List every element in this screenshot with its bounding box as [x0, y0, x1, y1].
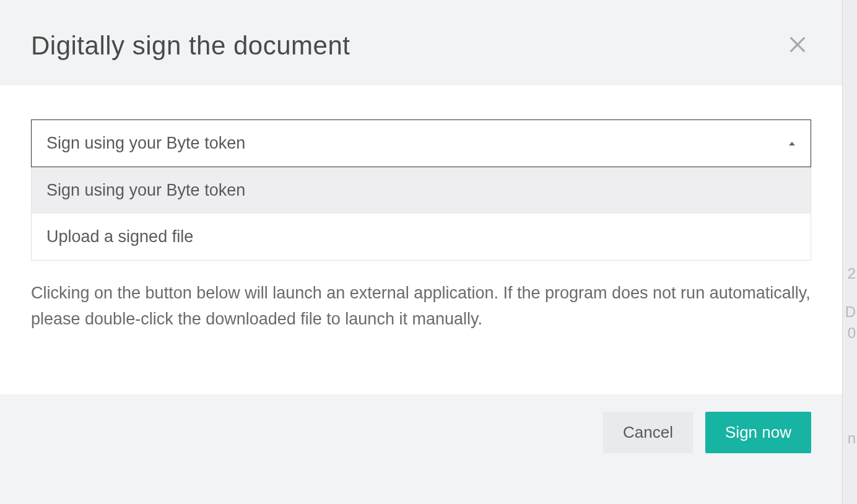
sign-now-button[interactable]: Sign now: [705, 412, 811, 453]
background-text-fragment: 2: [848, 265, 856, 282]
modal-header: Digitally sign the document: [0, 0, 842, 85]
modal-title: Digitally sign the document: [31, 31, 350, 61]
dropdown-select[interactable]: Sign using your Byte token: [31, 119, 811, 167]
description-text: Clicking on the button below will launch…: [31, 280, 811, 332]
svg-marker-2: [789, 142, 795, 146]
dropdown-option-upload-file[interactable]: Upload a signed file: [32, 214, 811, 260]
dropdown-list: Sign using your Byte token Upload a sign…: [31, 167, 811, 261]
caret-up-icon: [788, 141, 796, 146]
cancel-button[interactable]: Cancel: [603, 412, 693, 453]
background-text-fragment: 0: [848, 324, 856, 342]
dropdown-selected-label: Sign using your Byte token: [46, 134, 245, 153]
background-text-fragment: D: [845, 303, 856, 321]
sign-method-dropdown: Sign using your Byte token Sign using yo…: [31, 119, 811, 261]
modal-footer: Cancel Sign now: [0, 394, 842, 478]
modal-body: Sign using your Byte token Sign using yo…: [0, 85, 842, 394]
background-text-fragment: n: [848, 430, 856, 447]
sign-document-modal: Digitally sign the document Sign using y…: [0, 0, 842, 478]
dropdown-option-byte-token[interactable]: Sign using your Byte token: [32, 167, 811, 214]
close-button[interactable]: [784, 31, 811, 58]
close-icon: [787, 34, 808, 55]
background-panel: 2 D 0 n: [842, 0, 857, 504]
